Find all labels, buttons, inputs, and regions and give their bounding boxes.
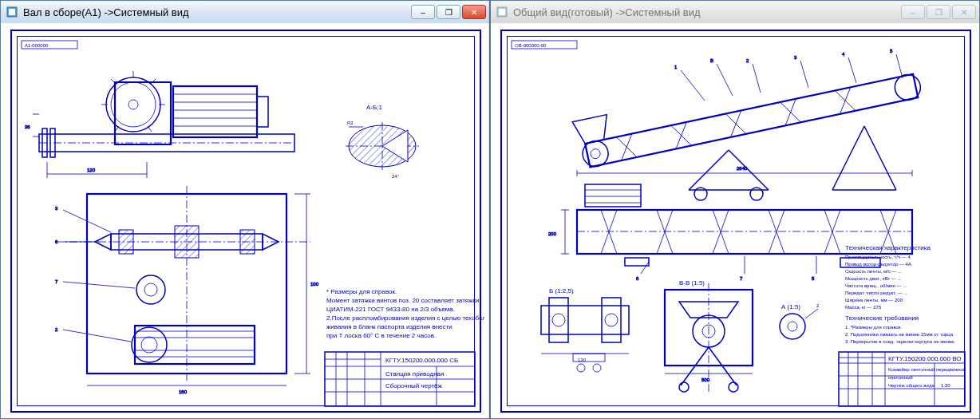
svg-text:Ширина ленты, мм — 200: Ширина ленты, мм — 200 bbox=[845, 298, 903, 302]
svg-text:Конвейер ленточный передвижной: Конвейер ленточный передвижной bbox=[888, 367, 966, 372]
svg-text:R2: R2 bbox=[347, 121, 354, 125]
notes-block: * Размеры для справок. Момент затяжки ви… bbox=[326, 288, 484, 339]
svg-text:живания в бланк паспорта издел: живания в бланк паспорта изделия внести bbox=[326, 323, 452, 330]
svg-text:2: 2 bbox=[816, 303, 820, 308]
svg-rect-42 bbox=[175, 226, 199, 258]
svg-text:500: 500 bbox=[701, 377, 710, 382]
svg-line-57 bbox=[63, 330, 131, 342]
maximize-button[interactable]: ❐ bbox=[927, 5, 950, 19]
close-button[interactable]: ✕ bbox=[952, 5, 976, 19]
svg-point-165 bbox=[552, 314, 565, 326]
svg-text:* Размеры для справок.: * Размеры для справок. bbox=[326, 288, 397, 295]
svg-line-92 bbox=[616, 134, 637, 161]
svg-rect-44 bbox=[240, 230, 255, 254]
svg-text:7: 7 bbox=[55, 279, 58, 284]
svg-line-96 bbox=[725, 110, 746, 137]
svg-text:24°: 24° bbox=[392, 174, 400, 179]
maximize-button[interactable]: ❐ bbox=[437, 5, 460, 19]
svg-text:при Т лоска 60° С в течение 2 : при Т лоска 60° С в течение 2 часов. bbox=[326, 332, 436, 339]
svg-point-172 bbox=[780, 314, 805, 339]
mdi-window-left: Вал в сборе(А1) ->Системный вид – ❐ ✕ А1… bbox=[0, 0, 490, 419]
svg-text:Техническая характеристика: Техническая характеристика bbox=[845, 244, 931, 251]
minimize-button[interactable]: – bbox=[411, 5, 435, 19]
svg-text:Частота вращ., об/мин — ...: Частота вращ., об/мин — ... bbox=[845, 283, 907, 288]
svg-line-174 bbox=[805, 309, 818, 318]
svg-text:1: 1 bbox=[674, 65, 678, 69]
svg-point-158 bbox=[729, 382, 738, 392]
svg-text:4: 4 bbox=[842, 52, 845, 57]
svg-point-10 bbox=[128, 100, 138, 109]
svg-rect-90 bbox=[585, 74, 918, 168]
section-bb: В-В (1:5) 500 bbox=[665, 279, 753, 393]
svg-line-114 bbox=[800, 61, 808, 88]
elevation-view: 120 36 bbox=[25, 71, 294, 178]
cad-drawing-right: ОВ-000000-00 bbox=[497, 26, 974, 416]
svg-point-170 bbox=[577, 364, 585, 372]
window-title-left: Вал в сборе(А1) ->Системный вид bbox=[23, 6, 411, 18]
svg-rect-88 bbox=[499, 9, 505, 15]
svg-text:наклонный: наклонный bbox=[888, 375, 913, 380]
window-controls-right: – ❐ ✕ bbox=[901, 5, 976, 19]
svg-rect-164 bbox=[602, 298, 621, 342]
svg-text:ЦИАТИМ-221 ГОСТ 9433-80 на 2/3: ЦИАТИМ-221 ГОСТ 9433-80 на 2/3 объема. bbox=[326, 306, 455, 313]
svg-text:100: 100 bbox=[310, 282, 319, 287]
svg-line-98 bbox=[780, 99, 801, 126]
svg-text:Мощность двиг., кВт — ...: Мощность двиг., кВт — ... bbox=[845, 276, 902, 281]
svg-text:2.После распломбирования издел: 2.После распломбирования изделия с целью… bbox=[326, 314, 484, 322]
svg-text:Момент затяжки винтов поз. 20 : Момент затяжки винтов поз. 20 составляет… bbox=[326, 297, 479, 304]
title-block-right: КГТУ.150200.000.000 ВО Конвейер ленточны… bbox=[839, 352, 966, 406]
svg-text:160: 160 bbox=[179, 389, 188, 394]
window-title-right: Общий вид(готовый) ->Системный вид bbox=[513, 6, 901, 18]
app-icon bbox=[6, 6, 18, 18]
svg-text:36: 36 bbox=[25, 125, 30, 129]
svg-rect-1 bbox=[9, 9, 15, 15]
svg-text:120: 120 bbox=[87, 168, 96, 172]
titlebar-left[interactable]: Вал в сборе(А1) ->Системный вид – ❐ ✕ bbox=[1, 1, 489, 23]
section-detail: А-Б;1 24° R2 bbox=[346, 104, 419, 179]
section-label-top: А-Б;1 bbox=[366, 104, 382, 111]
svg-line-110 bbox=[717, 64, 733, 96]
svg-point-46 bbox=[144, 283, 157, 296]
svg-point-9 bbox=[111, 82, 156, 127]
svg-text:Чертёж общего вида: Чертёж общего вида bbox=[888, 383, 935, 388]
title-block-left: КГТУ.150200.000.000 СБ Станция приводная… bbox=[325, 352, 475, 406]
svg-rect-43 bbox=[119, 230, 133, 254]
svg-text:КГТУ.150200.000.000 ВО: КГТУ.150200.000.000 ВО bbox=[888, 355, 961, 362]
section-bb-label: В-В (1:5) bbox=[679, 279, 705, 287]
svg-line-56 bbox=[63, 282, 135, 288]
drawing-area-right[interactable]: ОВ-000000-00 bbox=[491, 23, 979, 418]
detail-b-label: Б (1:2,5) bbox=[549, 287, 574, 294]
svg-text:Скорость ленты, м/с — ...: Скорость ленты, м/с — ... bbox=[845, 269, 903, 274]
svg-text:3: 3 bbox=[55, 206, 58, 211]
svg-text:В: В bbox=[710, 58, 713, 63]
svg-rect-134 bbox=[585, 184, 641, 207]
svg-text:Технические требования: Технические требования bbox=[845, 314, 919, 322]
svg-line-108 bbox=[681, 70, 705, 101]
svg-line-112 bbox=[753, 64, 761, 93]
svg-point-173 bbox=[788, 322, 797, 331]
svg-line-148 bbox=[641, 262, 649, 274]
drawing-area-left[interactable]: А1-000000 bbox=[1, 23, 489, 418]
svg-text:1. *Размеры для справок.: 1. *Размеры для справок. bbox=[845, 325, 903, 330]
svg-point-45 bbox=[136, 275, 165, 304]
mdi-window-right: Общий вид(готовый) ->Системный вид – ❐ ✕… bbox=[490, 0, 980, 419]
svg-point-166 bbox=[605, 314, 618, 326]
plan-view: 3 6 7 2 160 100 bbox=[55, 186, 319, 394]
window-controls-left: – ❐ ✕ bbox=[411, 5, 486, 19]
svg-text:Масса, кг — 275: Масса, кг — 275 bbox=[845, 305, 882, 310]
svg-text:Передат. число редукт. — ...: Передат. число редукт. — ... bbox=[845, 291, 908, 295]
titlebar-right[interactable]: Общий вид(готовый) ->Системный вид – ❐ ✕ bbox=[491, 1, 979, 23]
svg-text:КГТУ.150200.000.000 СБ: КГТУ.150200.000.000 СБ bbox=[385, 357, 458, 364]
tech-reqs: Технические требования 1. *Размеры для с… bbox=[845, 314, 956, 344]
svg-point-102 bbox=[590, 148, 601, 159]
svg-text:Сборочный чертёж: Сборочный чертёж bbox=[385, 382, 443, 389]
svg-text:6: 6 bbox=[636, 276, 639, 281]
svg-text:Станция приводная: Станция приводная bbox=[385, 370, 444, 377]
minimize-button[interactable]: – bbox=[901, 5, 925, 19]
svg-text:2640: 2640 bbox=[737, 166, 748, 171]
close-button[interactable]: ✕ bbox=[462, 5, 486, 19]
svg-text:200: 200 bbox=[548, 231, 557, 236]
svg-rect-162 bbox=[541, 306, 629, 334]
detail-a-label: А (1:5) bbox=[781, 303, 800, 310]
svg-text:3. Перекрытие в соед. тарелки : 3. Перекрытие в соед. тарелки корпуса не… bbox=[845, 339, 956, 344]
